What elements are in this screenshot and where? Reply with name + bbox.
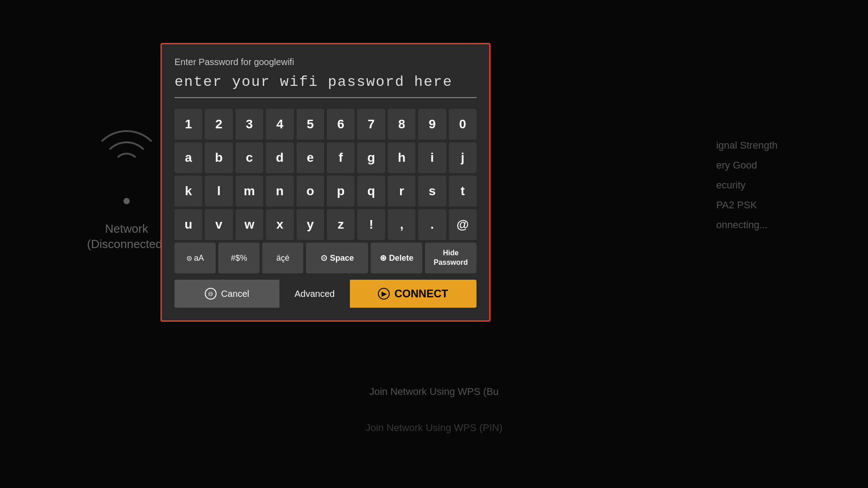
key-o[interactable]: o: [297, 176, 324, 206]
key-b[interactable]: b: [205, 142, 232, 173]
accents-button[interactable]: äçé: [262, 243, 303, 273]
right-info-panel: ignal Strength ery Good ecurity PA2 PSK …: [716, 136, 778, 235]
password-input-area[interactable]: enter your wifi password here: [175, 74, 476, 98]
key-m[interactable]: m: [236, 176, 263, 206]
key-y[interactable]: y: [297, 209, 324, 240]
key-1[interactable]: 1: [175, 109, 202, 140]
connection-status: onnecting...: [716, 215, 778, 235]
key-f[interactable]: f: [327, 142, 354, 173]
key-s[interactable]: s: [418, 176, 446, 206]
key-e[interactable]: e: [297, 142, 324, 173]
key-h[interactable]: h: [388, 142, 415, 173]
cancel-icon: ⊖: [205, 288, 217, 300]
keyboard-row-u-at: u v w x y z ! , . @: [175, 209, 476, 240]
key-c[interactable]: c: [236, 142, 263, 173]
key-exclamation[interactable]: !: [357, 209, 385, 240]
key-a[interactable]: a: [175, 142, 202, 173]
key-i[interactable]: i: [418, 142, 446, 173]
key-r[interactable]: r: [388, 176, 415, 206]
advanced-label: Advanced: [294, 289, 335, 299]
keyboard-row-special: ⊜ aA #$% äçé ⊙ Space ⊛ Delete HidePasswo…: [175, 243, 476, 273]
cancel-button[interactable]: ⊖ Cancel: [175, 280, 279, 308]
keyboard-row-k-t: k l m n o p q r s t: [175, 176, 476, 206]
connect-label: CONNECT: [394, 287, 448, 300]
security-label: ecurity: [716, 175, 778, 195]
key-0[interactable]: 0: [449, 109, 476, 140]
advanced-button[interactable]: Advanced: [279, 280, 349, 308]
key-6[interactable]: 6: [327, 109, 354, 140]
signal-strength-value: ery Good: [716, 155, 778, 175]
key-n[interactable]: n: [266, 176, 293, 206]
key-k[interactable]: k: [175, 176, 202, 206]
wifi-arcs: [90, 139, 163, 193]
key-x[interactable]: x: [266, 209, 293, 240]
key-comma[interactable]: ,: [388, 209, 415, 240]
wifi-arc-inner: [113, 153, 140, 180]
delete-button[interactable]: ⊛ Delete: [371, 243, 422, 273]
key-w[interactable]: w: [236, 209, 263, 240]
key-5[interactable]: 5: [297, 109, 324, 140]
key-t[interactable]: t: [449, 176, 476, 206]
key-period[interactable]: .: [418, 209, 446, 240]
key-l[interactable]: l: [205, 176, 232, 206]
key-8[interactable]: 8: [388, 109, 415, 140]
signal-strength-label: ignal Strength: [716, 136, 778, 155]
cancel-label: Cancel: [221, 289, 249, 299]
virtual-keyboard: 1 2 3 4 5 6 7 8 9 0 a b c d e f g h i j …: [175, 109, 476, 273]
keyboard-row-numbers: 1 2 3 4 5 6 7 8 9 0: [175, 109, 476, 140]
wps-button-label: Join Network Using WPS (Bu: [369, 386, 499, 398]
wps-pin-label: Join Network Using WPS (PIN): [365, 422, 502, 434]
key-j[interactable]: j: [449, 142, 476, 173]
key-z[interactable]: z: [327, 209, 354, 240]
action-bar: ⊖ Cancel Advanced ▶ CONNECT: [175, 280, 476, 308]
key-u[interactable]: u: [175, 209, 202, 240]
key-3[interactable]: 3: [236, 109, 263, 140]
hide-password-button[interactable]: HidePassword: [425, 243, 476, 273]
password-dialog: Enter Password for googlewifi enter your…: [160, 43, 491, 322]
key-d[interactable]: d: [266, 142, 293, 173]
connect-icon: ▶: [378, 288, 390, 300]
space-button[interactable]: ⊙ Space: [306, 243, 368, 273]
key-7[interactable]: 7: [357, 109, 385, 140]
key-at[interactable]: @: [449, 209, 476, 240]
key-q[interactable]: q: [357, 176, 385, 206]
password-input-text: enter your wifi password here: [175, 74, 476, 94]
security-value: PA2 PSK: [716, 195, 778, 215]
key-9[interactable]: 9: [418, 109, 446, 140]
key-v[interactable]: v: [205, 209, 232, 240]
key-p[interactable]: p: [327, 176, 354, 206]
key-g[interactable]: g: [357, 142, 385, 173]
wifi-icon-background: [81, 127, 172, 217]
case-toggle-button[interactable]: ⊜ aA: [175, 243, 216, 273]
dialog-title: Enter Password for googlewifi: [175, 57, 476, 67]
key-4[interactable]: 4: [266, 109, 293, 140]
connect-button[interactable]: ▶ CONNECT: [350, 280, 476, 308]
key-2[interactable]: 2: [205, 109, 232, 140]
symbols-button[interactable]: #$%: [218, 243, 259, 273]
keyboard-row-a-j: a b c d e f g h i j: [175, 142, 476, 173]
